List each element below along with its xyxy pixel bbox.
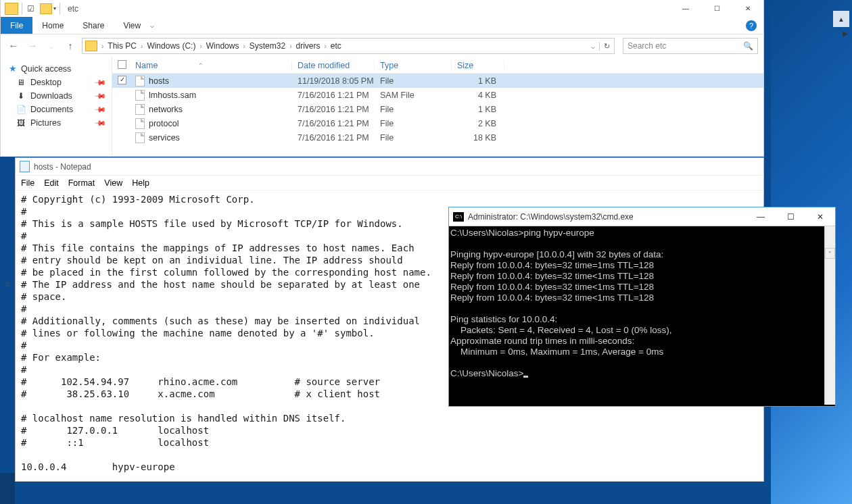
crumb-windows[interactable]: Windows: [204, 41, 242, 51]
crumb-drivers[interactable]: drivers: [293, 41, 323, 51]
header-date[interactable]: Date modified: [292, 61, 375, 70]
scroll-up-button[interactable]: ˄: [825, 248, 835, 259]
scroll-track[interactable]: [825, 280, 835, 405]
sidebar-item-documents[interactable]: 📄 Documents 📌: [1, 103, 112, 116]
address-bar[interactable]: › This PC › Windows (C:) › Windows › Sys…: [82, 38, 615, 54]
notepad-titlebar[interactable]: hosts - Notepad: [16, 158, 763, 176]
documents-icon: 📄: [16, 105, 26, 114]
sort-caret-icon: ⌃: [198, 62, 204, 69]
cmd-titlebar[interactable]: C:\ Administrator: C:\Windows\system32\c…: [449, 207, 835, 226]
tab-view[interactable]: View: [114, 17, 150, 34]
search-placeholder: Search etc: [628, 41, 666, 51]
crumb-system32[interactable]: System32: [247, 41, 288, 51]
nav-forward-button[interactable]: →: [25, 40, 40, 52]
cmd-window: C:\ Administrator: C:\Windows\system32\c…: [448, 207, 836, 407]
file-type: File: [375, 119, 452, 128]
star-icon: ★: [9, 64, 17, 74]
header-checkbox[interactable]: [112, 60, 131, 71]
tab-file[interactable]: File: [1, 17, 32, 34]
tray-arrow-up-icon[interactable]: ▲: [833, 11, 849, 27]
file-icon: [135, 132, 145, 143]
downloads-icon: ⬇: [16, 91, 26, 101]
crumb-etc[interactable]: etc: [328, 41, 344, 51]
file-row-services[interactable]: services 7/16/2016 1:21 PM File 18 KB: [112, 130, 763, 145]
maximize-button[interactable]: ☐: [701, 0, 732, 17]
crumb-sep-icon[interactable]: ›: [100, 43, 105, 50]
sidebar-item-desktop[interactable]: 🖥 Desktop 📌: [1, 76, 112, 89]
crumb-sep-icon[interactable]: ›: [323, 43, 327, 50]
titlebar[interactable]: ☑ ▾ etc — ☐ ✕: [1, 0, 763, 17]
crumb-sep-icon[interactable]: ›: [198, 43, 203, 50]
minimize-button[interactable]: —: [670, 0, 701, 17]
file-type: SAM File: [375, 91, 452, 100]
notepad-title: hosts - Notepad: [34, 162, 91, 172]
addr-dropdown-icon[interactable]: ⌵: [587, 43, 599, 50]
file-name: services: [149, 133, 180, 143]
desktop-icon: 🖥: [16, 78, 26, 87]
sidebar-item-label: Desktop: [30, 78, 62, 87]
notepad-menu: File Edit Format View Help: [16, 176, 763, 191]
taskbar-fragment[interactable]: [0, 473, 15, 504]
column-headers: Name ⌃ Date modified Type Size: [112, 57, 763, 74]
titlebar-sep: [22, 3, 22, 15]
tab-home[interactable]: Home: [32, 17, 73, 34]
header-name[interactable]: Name ⌃: [131, 61, 292, 70]
qa-folder-icon[interactable]: [40, 3, 52, 14]
tab-share[interactable]: Share: [73, 17, 114, 34]
file-date: 7/16/2016 1:21 PM: [292, 133, 375, 143]
crumb-sep-icon[interactable]: ›: [241, 43, 246, 50]
ribbon-collapse-icon[interactable]: ⌵: [150, 22, 154, 29]
sidebar-item-pictures[interactable]: 🖼 Pictures 📌: [1, 116, 112, 130]
file-explorer-window: ☑ ▾ etc — ☐ ✕ File Home Share View ⌵ ? ←…: [0, 0, 764, 157]
qa-properties-icon[interactable]: ☑: [27, 4, 34, 14]
nav-bar: ← → ⌵ ↑ › This PC › Windows (C:) › Windo…: [1, 34, 763, 57]
file-icon: [135, 76, 145, 86]
tray-arrow-right-icon[interactable]: ▶: [843, 30, 848, 37]
file-size: 18 KB: [452, 133, 504, 143]
qa-dropdown-icon[interactable]: ▾: [53, 5, 56, 11]
folder-icon: [5, 3, 18, 15]
crumb-sep-icon[interactable]: ›: [139, 43, 144, 50]
cmd-text: C:\Users\Nicolas>ping hypv-europe Pingin…: [450, 228, 672, 378]
file-row-lmhosts[interactable]: lmhosts.sam 7/16/2016 1:21 PM SAM File 4…: [112, 88, 763, 102]
cmd-minimize-button[interactable]: —: [746, 212, 776, 222]
nav-back-button[interactable]: ←: [6, 40, 21, 52]
file-row-networks[interactable]: networks 7/16/2016 1:21 PM File 1 KB: [112, 102, 763, 116]
sidebar-item-downloads[interactable]: ⬇ Downloads 📌: [1, 89, 112, 103]
file-size: 4 KB: [452, 91, 504, 100]
crumb-this-pc[interactable]: This PC: [105, 41, 139, 51]
file-icon: [135, 104, 145, 115]
header-size[interactable]: Size: [452, 61, 504, 70]
row-checkbox[interactable]: [118, 76, 126, 84]
crumb-drive[interactable]: Windows (C:): [144, 41, 198, 51]
refresh-button[interactable]: ↻: [599, 42, 614, 51]
cmd-maximize-button[interactable]: ☐: [776, 212, 805, 222]
cmd-close-button[interactable]: ✕: [805, 212, 835, 222]
sidebar-quick-access[interactable]: ★ Quick access: [1, 61, 112, 76]
menu-help[interactable]: Help: [132, 178, 149, 188]
header-type[interactable]: Type: [375, 61, 452, 70]
menu-view[interactable]: View: [104, 178, 122, 188]
nav-recent-dropdown[interactable]: ⌵: [44, 43, 59, 50]
nav-up-button[interactable]: ↑: [63, 41, 78, 51]
crumb-sep-icon[interactable]: ›: [288, 43, 293, 50]
file-row-protocol[interactable]: protocol 7/16/2016 1:21 PM File 2 KB: [112, 116, 763, 130]
explorer-body: ★ Quick access 🖥 Desktop 📌 ⬇ Downloads 📌…: [1, 57, 763, 155]
file-size: 1 KB: [452, 76, 504, 86]
help-icon[interactable]: ?: [746, 20, 757, 31]
cmd-icon: C:\: [453, 212, 464, 222]
file-name: lmhosts.sam: [149, 91, 196, 100]
file-row-hosts[interactable]: hosts 11/19/2018 8:05 PM File 1 KB: [112, 74, 763, 88]
cmd-output[interactable]: C:\Users\Nicolas>ping hypv-europe Pingin…: [449, 226, 835, 405]
file-size: 1 KB: [452, 105, 504, 114]
close-button[interactable]: ✕: [732, 0, 763, 17]
file-name: networks: [149, 105, 183, 114]
menu-edit[interactable]: Edit: [44, 178, 59, 188]
menu-file[interactable]: File: [21, 178, 34, 188]
search-icon[interactable]: 🔍: [743, 41, 753, 51]
sidebar-label: Quick access: [21, 64, 71, 74]
search-input[interactable]: Search etc 🔍: [623, 38, 758, 54]
menu-format[interactable]: Format: [68, 178, 95, 188]
pin-icon: 📌: [93, 76, 106, 89]
cmd-scrollbar[interactable]: ˄ ˅: [824, 226, 835, 405]
